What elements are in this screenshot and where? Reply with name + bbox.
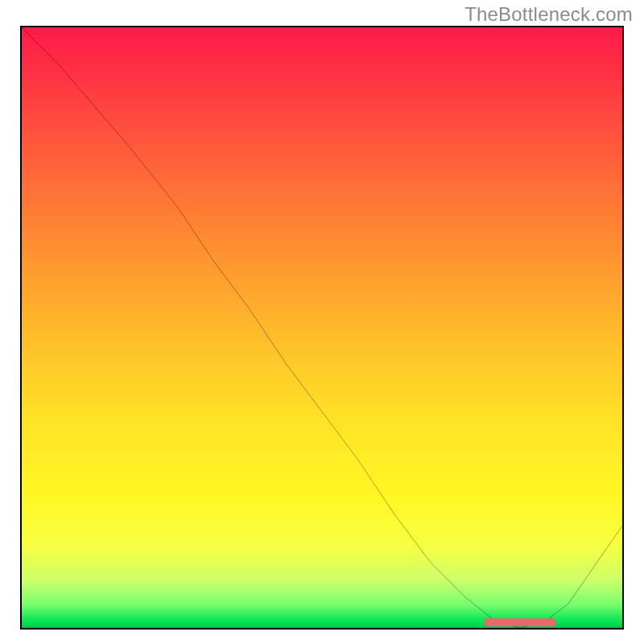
- plot-area: [22, 27, 622, 628]
- watermark-text: TheBottleneck.com: [464, 3, 633, 26]
- bottleneck-curve: [22, 27, 622, 628]
- optimal-zone-marker: [484, 618, 556, 626]
- plot-border: [20, 26, 624, 630]
- curve-svg: [22, 27, 622, 628]
- chart-container: TheBottleneck.com: [0, 0, 644, 644]
